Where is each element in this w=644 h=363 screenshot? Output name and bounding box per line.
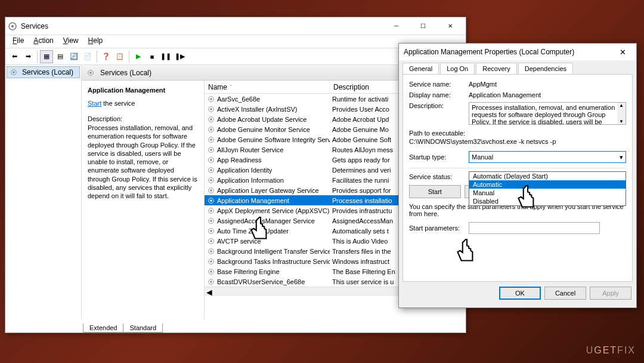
toolbar-properties-icon[interactable]: 📋: [113, 50, 126, 63]
tree-services-local[interactable]: Services (Local): [7, 66, 80, 78]
option-manual[interactable]: Manual: [469, 189, 626, 197]
dialog-title: Application Management Properties (Local…: [404, 48, 614, 56]
maximize-button[interactable]: ☐: [410, 18, 436, 35]
svg-point-31: [210, 220, 212, 222]
cancel-button[interactable]: Cancel: [544, 287, 586, 300]
dialog-body: Service name: AppMgmt Display name: Appl…: [402, 74, 633, 282]
menu-file[interactable]: File: [8, 35, 29, 48]
svg-point-13: [210, 128, 212, 131]
startup-dropdown: Automatic (Delayed Start) Automatic Manu…: [469, 171, 626, 206]
toolbar: ⬅ ➡ ▦ ▤ 🔄 📄 ❓ 📋 ▶ ■ ❚❚ ❚▶: [5, 48, 466, 65]
svg-point-17: [210, 149, 212, 151]
dialog-title-bar[interactable]: Application Management Properties (Local…: [399, 44, 636, 60]
menu-help[interactable]: Help: [83, 35, 108, 48]
pause-service-button[interactable]: ❚❚: [159, 50, 172, 63]
refresh-button[interactable]: 🔄: [67, 50, 80, 63]
path-value: C:\WINDOWS\system32\svchost.exe -k netsv…: [409, 138, 626, 145]
apply-button[interactable]: Apply: [590, 287, 631, 300]
startup-type-select[interactable]: Manual▾: [469, 151, 626, 163]
minimize-button[interactable]: ─: [383, 18, 410, 35]
properties-dialog: Application Management Properties (Local…: [398, 43, 637, 308]
svg-point-7: [210, 98, 212, 100]
watermark: UGETFIX: [586, 345, 636, 356]
svg-point-27: [210, 199, 212, 202]
help-button[interactable]: ❓: [100, 50, 113, 63]
tab-dependencies[interactable]: Dependencies: [518, 63, 573, 74]
start-params-label: Start parameters:: [409, 224, 469, 232]
svg-point-35: [210, 240, 212, 242]
svg-point-15: [210, 139, 212, 141]
tab-general[interactable]: General: [402, 63, 439, 74]
tab-recovery[interactable]: Recovery: [476, 63, 516, 74]
column-name[interactable]: Name˄: [205, 81, 330, 93]
start-params-input[interactable]: [469, 222, 600, 234]
desc-label: Description:: [88, 115, 198, 122]
back-button[interactable]: ⬅: [8, 50, 21, 63]
start-button[interactable]: Start: [409, 185, 461, 198]
description-box[interactable]: Processes installation, removal, and enu…: [469, 102, 626, 125]
svg-point-39: [210, 260, 212, 263]
stop-service-button[interactable]: ■: [145, 50, 159, 63]
svg-point-23: [210, 179, 212, 182]
close-button[interactable]: ✕: [436, 18, 463, 35]
svg-point-33: [210, 230, 212, 232]
svg-point-43: [210, 281, 212, 283]
svg-point-5: [89, 72, 92, 74]
display-name-value: Application Management: [469, 91, 626, 99]
svg-point-3: [13, 71, 15, 73]
services-icon: [8, 21, 17, 31]
service-name-label: Service name:: [409, 81, 469, 88]
desc-scrollbar[interactable]: ▲▼: [617, 103, 626, 124]
option-automatic[interactable]: Automatic: [469, 180, 626, 189]
detail-heading: Application Management: [88, 87, 198, 94]
display-name-label: Display name:: [409, 91, 469, 99]
option-auto-delayed[interactable]: Automatic (Delayed Start): [469, 172, 626, 180]
show-hide-tree-button[interactable]: ▦: [40, 50, 53, 63]
gear-icon: [10, 68, 18, 76]
window-title: Services: [21, 22, 383, 30]
svg-point-25: [210, 189, 212, 192]
title-bar[interactable]: Services ─ ☐ ✕: [5, 17, 466, 35]
detail-pane: Application Management Start the service…: [82, 81, 205, 319]
forward-button[interactable]: ➡: [21, 50, 35, 63]
svg-point-37: [210, 250, 212, 253]
start-service-button[interactable]: ▶: [132, 50, 145, 63]
svg-point-21: [210, 169, 212, 171]
restart-service-button[interactable]: ❚▶: [173, 50, 186, 63]
menu-view[interactable]: View: [58, 35, 83, 48]
option-disabled[interactable]: Disabled: [469, 197, 626, 205]
tab-logon[interactable]: Log On: [440, 63, 475, 74]
menu-bar: File Action View Help: [5, 35, 466, 48]
startup-type-label: Startup type:: [409, 153, 469, 161]
svg-point-29: [210, 210, 212, 212]
tree-pane: Services (Local): [5, 65, 82, 319]
start-link[interactable]: Start: [88, 100, 101, 107]
tab-standard[interactable]: Standard: [123, 324, 163, 333]
tab-extended[interactable]: Extended: [83, 324, 123, 333]
svg-point-1: [11, 25, 14, 27]
svg-point-11: [210, 118, 212, 121]
services-window: Services ─ ☐ ✕ File Action View Help ⬅ ➡…: [5, 17, 466, 333]
description-label: Description:: [409, 102, 469, 109]
gear-icon: [86, 69, 95, 77]
export-button[interactable]: 📄: [81, 50, 94, 63]
menu-action[interactable]: Action: [29, 35, 58, 48]
properties-button[interactable]: ▤: [54, 50, 67, 63]
svg-point-9: [210, 108, 212, 110]
svg-point-41: [210, 270, 212, 273]
dialog-tabs: General Log On Recovery Dependencies: [399, 60, 636, 74]
ok-button[interactable]: OK: [499, 287, 541, 300]
detail-description: Processes installation, removal, and enu…: [88, 124, 198, 201]
path-label: Path to executable:: [409, 130, 626, 137]
bottom-tabs: Extended Standard: [5, 319, 466, 333]
service-name-value: AppMgmt: [469, 81, 626, 88]
service-status-label: Service status:: [409, 173, 469, 180]
dialog-close-button[interactable]: ✕: [614, 48, 631, 57]
svg-point-19: [210, 159, 212, 161]
